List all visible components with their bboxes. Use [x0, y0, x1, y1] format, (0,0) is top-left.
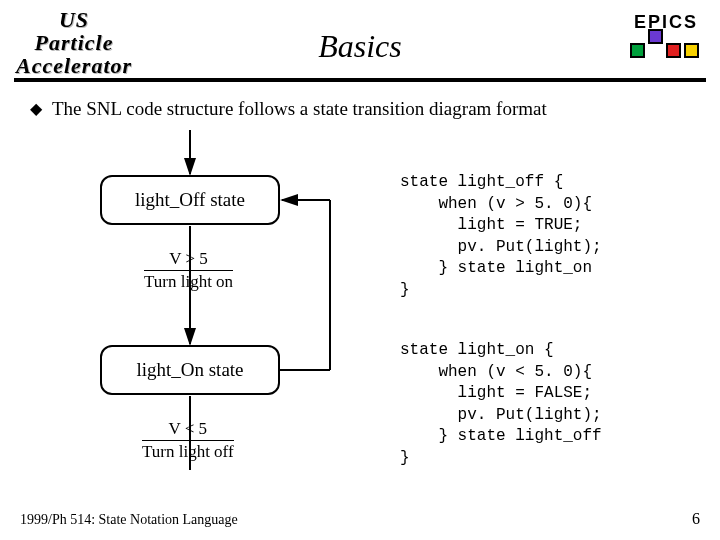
transition-off: V < 5 Turn light off — [142, 418, 234, 463]
transition-on-action: Turn light on — [144, 272, 233, 291]
transition-off-condition: V < 5 — [142, 418, 234, 441]
slide-title: Basics — [0, 28, 720, 65]
page-number: 6 — [692, 510, 700, 528]
state-on-box: light_On state — [100, 345, 280, 395]
bullet-text: The SNL code structure follows a state t… — [52, 98, 547, 120]
bullet-item: ◆ The SNL code structure follows a state… — [30, 98, 547, 120]
transition-off-action: Turn light off — [142, 442, 234, 461]
state-diagram: light_Off state V > 5 Turn light on ligh… — [70, 130, 350, 490]
transition-on-condition: V > 5 — [144, 248, 233, 271]
code-state-on: state light_on { when (v < 5. 0){ light … — [400, 340, 602, 470]
state-off-label: light_Off state — [135, 189, 245, 211]
footer-left-text: 1999/Ph 514: State Notation Language — [20, 512, 238, 528]
state-on-label: light_On state — [136, 359, 243, 381]
bullet-icon: ◆ — [30, 98, 42, 120]
code-state-off: state light_off { when (v > 5. 0){ light… — [400, 172, 602, 302]
transition-on: V > 5 Turn light on — [144, 248, 233, 293]
state-off-box: light_Off state — [100, 175, 280, 225]
title-underline — [14, 78, 706, 82]
